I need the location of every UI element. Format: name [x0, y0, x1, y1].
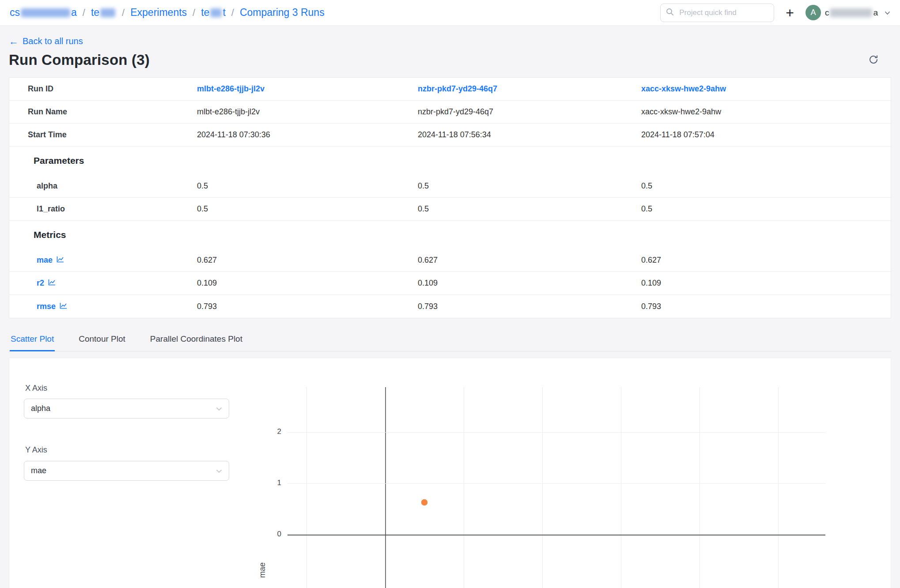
- quick-find-search[interactable]: [660, 4, 774, 22]
- run-2-value: 0.5: [641, 181, 891, 191]
- x-gridline: [306, 387, 307, 588]
- metric-name: r2: [37, 279, 44, 288]
- x-axis-selected-value: alpha: [31, 404, 50, 413]
- run-0-value: 0.793: [197, 302, 418, 311]
- run-0-value: 0.627: [197, 256, 418, 265]
- run-0-value: 0.5: [197, 204, 418, 214]
- run-1-value: 0.109: [418, 279, 641, 288]
- y-tick-label: 0: [263, 530, 281, 539]
- x-axis-label: X Axis: [25, 384, 47, 393]
- blurred-text: [100, 8, 115, 17]
- breadcrumb-item[interactable]: Comparing 3 Runs: [240, 7, 325, 19]
- run-2-value: 0.627: [641, 256, 891, 265]
- x-zero-line: [385, 387, 386, 588]
- row-label: Run ID: [9, 84, 197, 94]
- section-title: Parameters: [9, 155, 197, 166]
- run-2-value: 2024-11-18 07:57:04: [641, 130, 891, 139]
- blurred-text: [830, 8, 872, 17]
- search-icon: [666, 8, 674, 18]
- refresh-icon: [868, 54, 879, 65]
- y-zero-line: [287, 535, 825, 535]
- run-id-link[interactable]: mlbt-e286-tjjb-jl2v: [197, 84, 265, 93]
- run-2-value: 0.109: [641, 279, 891, 288]
- account-menu[interactable]: A ca: [805, 5, 890, 20]
- tab-scatter-plot[interactable]: Scatter Plot: [10, 331, 55, 351]
- run-1-value: 0.793: [418, 302, 641, 311]
- y-axis-select[interactable]: mae: [24, 461, 229, 481]
- table-row: Start Time2024-11-18 07:30:362024-11-18 …: [9, 124, 891, 147]
- metric-link-mae[interactable]: mae: [37, 256, 64, 265]
- chevron-down-icon: [885, 9, 890, 17]
- run-1-value: 0.5: [418, 204, 641, 214]
- row-label: rmse: [9, 302, 197, 311]
- breadcrumb-item[interactable]: tet: [201, 7, 226, 19]
- metric-link-rmse[interactable]: rmse: [37, 302, 67, 311]
- avatar[interactable]: A: [805, 5, 821, 20]
- run-id-link[interactable]: xacc-xksw-hwe2-9ahw: [641, 84, 726, 93]
- top-right-controls: + A ca: [660, 4, 890, 22]
- back-link-label: Back to all runs: [23, 36, 83, 46]
- x-gridline: [621, 387, 621, 588]
- breadcrumb-separator: /: [83, 7, 85, 19]
- table-row: l1_ratio0.50.50.5: [9, 198, 891, 221]
- run-2-value: 0.793: [641, 302, 891, 311]
- table-row: Run Namemlbt-e286-tjjb-jl2vnzbr-pkd7-yd2…: [9, 101, 891, 124]
- chevron-down-icon: [216, 404, 222, 413]
- breadcrumb-item[interactable]: te: [91, 7, 116, 19]
- scatter-plot-panel: X Axis alpha Y Axis mae mae 012: [9, 358, 891, 588]
- scatter-point[interactable]: [421, 499, 427, 505]
- run-1-value: nzbr-pkd7-yd29-46q7: [418, 107, 641, 117]
- run-2-value: xacc-xksw-hwe2-9ahw: [641, 84, 891, 94]
- run-id-link[interactable]: nzbr-pkd7-yd29-46q7: [418, 84, 497, 93]
- table-section-row: Parameters: [9, 147, 891, 175]
- chart-line-icon: [57, 256, 64, 265]
- section-title: Metrics: [9, 230, 197, 240]
- breadcrumb-separator: /: [122, 7, 125, 19]
- breadcrumb-item[interactable]: Experiments: [130, 7, 187, 19]
- x-axis-select[interactable]: alpha: [24, 399, 229, 418]
- row-label: Run Name: [9, 107, 197, 117]
- x-gridline: [542, 387, 543, 588]
- run-2-value: 0.5: [641, 204, 891, 214]
- x-gridline: [464, 387, 464, 588]
- page-title: Run Comparison (3): [9, 52, 150, 68]
- table-section-row: Metrics: [9, 221, 891, 249]
- run-1-value: nzbr-pkd7-yd29-46q7: [418, 84, 641, 94]
- y-axis-selected-value: mae: [31, 466, 46, 475]
- main-content: ← Back to all runs Run Comparison (3) Ru…: [0, 26, 900, 588]
- row-label: r2: [9, 279, 197, 288]
- plot-y-axis-title: mae: [258, 562, 267, 578]
- metric-name: mae: [37, 256, 53, 265]
- run-0-value: 0.5: [197, 181, 418, 191]
- run-0-value: mlbt-e286-tjjb-jl2v: [197, 84, 418, 94]
- scatter-plot-area[interactable]: mae 012: [287, 387, 825, 588]
- y-tick-label: 1: [263, 479, 281, 487]
- tab-contour-plot[interactable]: Contour Plot: [78, 331, 126, 351]
- breadcrumb-item[interactable]: csa: [10, 7, 77, 19]
- refresh-button[interactable]: [866, 53, 881, 68]
- run-1-value: 0.5: [418, 181, 641, 191]
- back-to-runs-link[interactable]: ← Back to all runs: [9, 36, 83, 46]
- chart-line-icon: [48, 279, 56, 288]
- table-row: rmse0.7930.7930.793: [9, 295, 891, 318]
- table-row: mae0.6270.6270.627: [9, 249, 891, 272]
- run-comparison-table: Run IDmlbt-e286-tjjb-jl2vnzbr-pkd7-yd29-…: [9, 77, 891, 318]
- plot-tabs: Scatter PlotContour PlotParallel Coordin…: [9, 331, 891, 351]
- run-0-value: mlbt-e286-tjjb-jl2v: [197, 107, 418, 117]
- run-1-value: 0.627: [418, 256, 641, 265]
- breadcrumb: csa/te/Experiments/tet/Comparing 3 Runs: [10, 7, 325, 19]
- chevron-down-icon: [216, 466, 222, 475]
- y-gridline: [287, 432, 825, 433]
- row-label: mae: [9, 256, 197, 265]
- tab-parallel-coordinates-plot[interactable]: Parallel Coordinates Plot: [149, 331, 243, 351]
- add-button[interactable]: +: [784, 6, 796, 20]
- metric-link-r2[interactable]: r2: [37, 279, 56, 288]
- search-input[interactable]: [678, 8, 768, 18]
- chart-line-icon: [60, 302, 67, 311]
- page-head: Run Comparison (3): [9, 52, 891, 68]
- x-gridline: [778, 387, 779, 588]
- x-gridline: [700, 387, 700, 588]
- breadcrumb-separator: /: [231, 7, 234, 19]
- account-name: ca: [825, 8, 878, 18]
- top-bar: csa/te/Experiments/tet/Comparing 3 Runs …: [0, 0, 900, 26]
